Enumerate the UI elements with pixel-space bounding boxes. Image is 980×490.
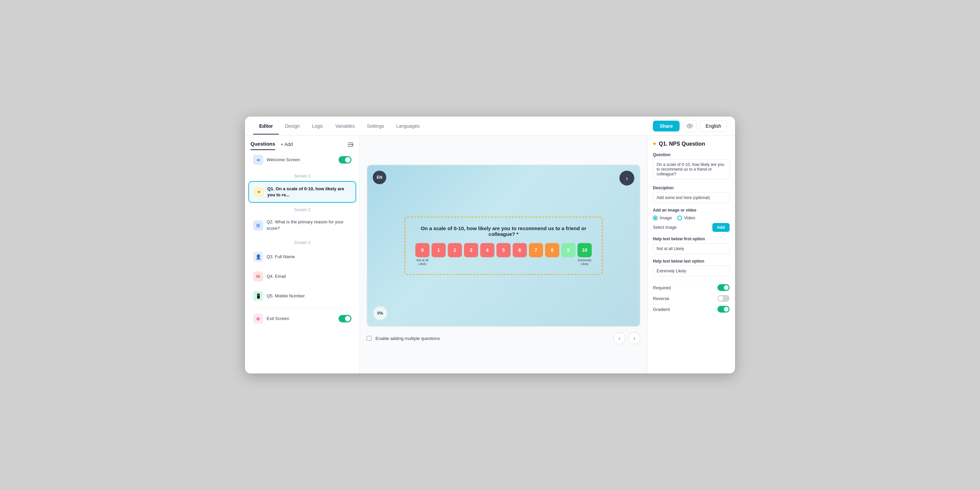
- sidebar: Questions + Add ➜ Welcome Screen Screen: [245, 135, 360, 374]
- section-label-3: Screen 3: [245, 236, 360, 247]
- svg-point-0: [689, 125, 691, 127]
- tab-editor[interactable]: Editor: [253, 118, 279, 134]
- image-video-label: Add an image or video: [653, 208, 730, 213]
- top-nav: Editor Design Logic Variables Settings L…: [245, 116, 735, 135]
- gradient-toggle[interactable]: [718, 306, 730, 313]
- help-first-field[interactable]: [653, 243, 730, 254]
- nps-7[interactable]: 7: [529, 243, 543, 257]
- canvas-prev-button[interactable]: ‹: [613, 332, 625, 344]
- gradient-toggle-row: Gradient: [653, 306, 730, 313]
- sidebar-item-q2[interactable]: ⊞ Q2. What is the primary reason for you…: [248, 215, 356, 235]
- enable-multiple-checkbox[interactable]: [367, 336, 371, 340]
- required-toggle-row: Required: [653, 284, 730, 291]
- help-first-label: Help text below first option: [653, 237, 730, 241]
- nps-5[interactable]: 5: [496, 243, 511, 257]
- exit-icon: ⊕: [253, 313, 263, 324]
- right-panel: ♥ Q1. NPS Question Question On a scale o…: [647, 135, 735, 374]
- gradient-label: Gradient: [653, 307, 670, 312]
- video-radio-label: Video: [684, 215, 695, 220]
- tab-variables[interactable]: Variables: [329, 118, 361, 134]
- required-toggle[interactable]: [718, 284, 730, 291]
- sidebar-item-q1-label: Q1. On a scale of 0-10, how likely are y…: [267, 186, 351, 198]
- image-radio-label: Image: [660, 215, 672, 220]
- nps-0[interactable]: 0 Not at all Likely: [415, 243, 430, 266]
- help-last-field[interactable]: [653, 266, 730, 277]
- sidebar-item-q4-label: Q4. Email: [267, 274, 352, 280]
- image-radio-option[interactable]: Image: [653, 215, 672, 220]
- sidebar-item-exit-label: Exit Screen: [267, 316, 335, 322]
- nps-6[interactable]: 6: [513, 243, 527, 257]
- tab-settings[interactable]: Settings: [361, 118, 390, 134]
- nps-8[interactable]: 8: [545, 243, 559, 257]
- language-button[interactable]: English: [700, 120, 727, 132]
- tab-logic[interactable]: Logic: [306, 118, 329, 134]
- preview-button[interactable]: [682, 120, 697, 132]
- sidebar-item-welcome[interactable]: ➜ Welcome Screen: [248, 151, 356, 169]
- preview-progress: 0%: [373, 306, 388, 321]
- question-field-label: Question: [653, 153, 730, 157]
- exit-toggle[interactable]: [339, 315, 352, 322]
- collapse-icon: [347, 142, 354, 148]
- reverse-toggle-row: Reverse: [653, 295, 730, 302]
- nps-scale: 0 Not at all Likely 1 2 3: [415, 243, 592, 266]
- nps-question-text: On a scale of 0-10, how likely are you t…: [415, 225, 592, 237]
- help-last-label: Help text below last option: [653, 259, 730, 264]
- section-label-1: Screen 1: [245, 170, 360, 180]
- nps-4[interactable]: 4: [480, 243, 495, 257]
- canvas-next-button[interactable]: ›: [628, 332, 640, 344]
- reverse-toggle[interactable]: [718, 295, 730, 302]
- sidebar-item-exit[interactable]: ⊕ Exit Screen: [248, 310, 356, 328]
- canvas-bottom-bar: Enable adding multiple questions ‹ ›: [367, 332, 640, 344]
- add-image-button[interactable]: Add: [712, 223, 730, 232]
- preview-next-button[interactable]: ›: [619, 171, 634, 186]
- select-image-label: Select Image: [653, 225, 710, 230]
- section-label-2: Screen 2: [245, 204, 360, 214]
- nps-panel-icon: ♥: [653, 141, 656, 147]
- survey-preview: EN › 0% On a scale of 0-10, how likely a…: [367, 165, 640, 327]
- description-field[interactable]: [653, 192, 730, 203]
- video-radio-option[interactable]: Video: [677, 215, 695, 220]
- video-radio-dot: [677, 216, 682, 220]
- sidebar-item-q3-label: Q3. Full Name: [267, 254, 352, 260]
- nps-9[interactable]: 9: [561, 243, 576, 257]
- share-button[interactable]: Share: [653, 121, 679, 132]
- q3-icon: 👤: [253, 252, 263, 262]
- sidebar-header: Questions + Add: [245, 135, 360, 150]
- welcome-icon: ➜: [253, 155, 263, 165]
- sidebar-item-q3[interactable]: 👤 Q3. Full Name: [248, 248, 356, 266]
- q5-icon: 📱: [253, 291, 263, 301]
- reverse-label: Reverse: [653, 296, 669, 301]
- enable-multiple-label: Enable adding multiple questions: [375, 336, 440, 341]
- sidebar-item-q2-label: Q2. What is the primary reason for your …: [267, 219, 352, 231]
- q1-icon: ♥: [254, 187, 264, 197]
- nps-3[interactable]: 3: [464, 243, 478, 257]
- sidebar-item-q1[interactable]: ♥ Q1. On a scale of 0-10, how likely are…: [248, 181, 356, 203]
- welcome-toggle[interactable]: [339, 156, 352, 164]
- nps-question-box: On a scale of 0-10, how likely are you t…: [404, 216, 603, 275]
- q4-icon: ✉: [253, 271, 263, 282]
- en-badge: EN: [373, 171, 386, 184]
- description-field-label: Desciption: [653, 186, 730, 190]
- questions-tab[interactable]: Questions: [250, 141, 275, 150]
- center-canvas: EN › 0% On a scale of 0-10, how likely a…: [360, 135, 647, 374]
- nps-10[interactable]: 10 Extremely Likely: [578, 243, 592, 266]
- app-window: Editor Design Logic Variables Settings L…: [245, 116, 735, 374]
- image-radio-dot: [653, 216, 658, 220]
- sidebar-item-q5-label: Q5. Mobile Number: [267, 293, 352, 299]
- right-panel-heading: Q1. NPS Question: [659, 141, 705, 147]
- nps-1[interactable]: 1: [431, 243, 446, 257]
- question-field[interactable]: On a scale of 0-10, how likely are you t…: [653, 159, 730, 180]
- sidebar-item-q5[interactable]: 📱 Q5. Mobile Number: [248, 287, 356, 305]
- add-button[interactable]: + Add: [280, 142, 293, 150]
- sidebar-item-welcome-label: Welcome Screen: [267, 157, 335, 163]
- eye-icon: [687, 123, 693, 129]
- main-body: Questions + Add ➜ Welcome Screen Screen: [245, 135, 735, 374]
- canvas-nav-buttons: ‹ ›: [613, 332, 640, 344]
- tab-languages[interactable]: Languages: [390, 118, 425, 134]
- sidebar-item-q4[interactable]: ✉ Q4. Email: [248, 267, 356, 286]
- q2-icon: ⊞: [253, 220, 263, 231]
- nps-2[interactable]: 2: [448, 243, 462, 257]
- image-video-radio-group: Image Video: [653, 215, 730, 220]
- collapse-button[interactable]: [347, 142, 354, 150]
- tab-design[interactable]: Design: [279, 118, 306, 134]
